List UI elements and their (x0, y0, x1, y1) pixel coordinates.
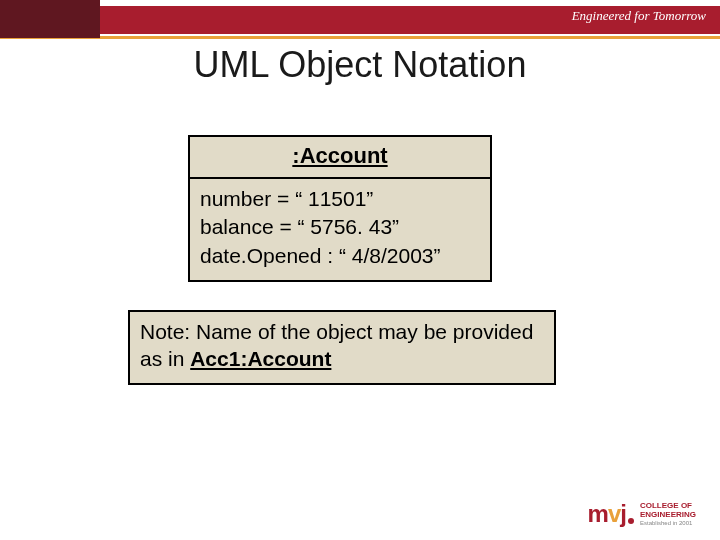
logo-mark: mvj (588, 500, 634, 528)
logo-letter-v: v (608, 500, 620, 528)
header-accent-block (0, 0, 100, 38)
note-emphasis: Acc1:Account (190, 347, 331, 370)
note-box: Note: Name of the object may be provided… (128, 310, 556, 385)
logo-letter-j: j (620, 500, 626, 528)
footer-logo: mvj COLLEGE OF ENGINEERING Established i… (588, 500, 696, 528)
logo-text-sub: Established in 2001 (640, 520, 696, 527)
logo-text: COLLEGE OF ENGINEERING Established in 20… (640, 500, 696, 526)
uml-object-header: :Account (190, 137, 490, 179)
slide-title: UML Object Notation (0, 44, 720, 86)
logo-dot-icon (628, 518, 634, 524)
uml-object-attributes: number = “ 11501” balance = “ 5756. 43” … (190, 179, 490, 280)
uml-attr-number: number = “ 11501” (200, 185, 480, 213)
uml-attr-dateopened: date.Opened : “ 4/8/2003” (200, 242, 480, 270)
logo-letter-m: m (588, 500, 608, 528)
logo-text-line2: ENGINEERING (640, 511, 696, 520)
uml-object-box: :Account number = “ 11501” balance = “ 5… (188, 135, 492, 282)
uml-object-classname: :Account (292, 143, 387, 168)
header-accent-line (0, 36, 720, 39)
header-tagline: Engineered for Tomorrow (572, 8, 706, 24)
uml-attr-balance: balance = “ 5756. 43” (200, 213, 480, 241)
